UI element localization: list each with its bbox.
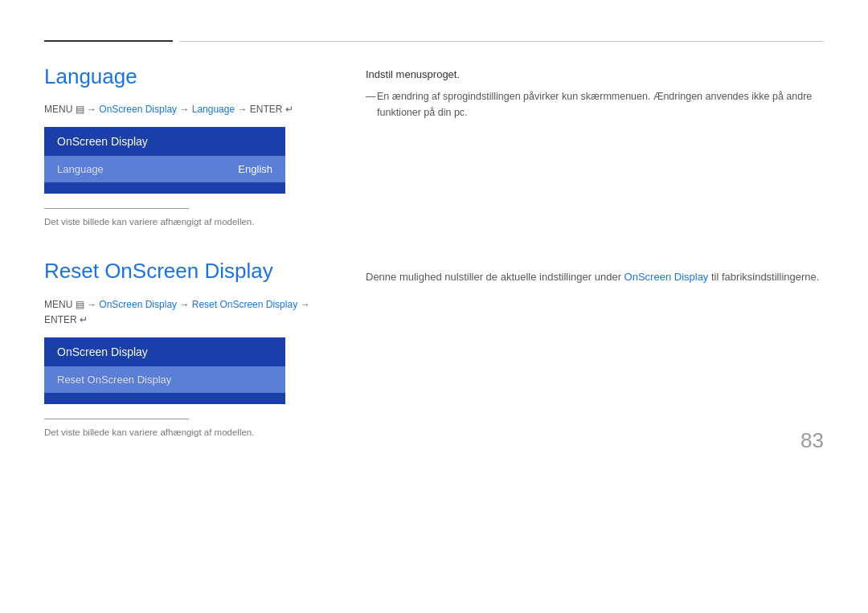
enter-icon-2: ↵ bbox=[80, 314, 88, 325]
page: Language MENU ▤ → OnScreen Display → Lan… bbox=[0, 0, 868, 477]
reset-osd-panel: OnScreen Display Reset OnScreen Display bbox=[44, 337, 285, 404]
reset-osd-desc-prefix: Denne mulighed nulstiller de aktuelle in… bbox=[366, 271, 624, 283]
language-panel-empty-row bbox=[44, 182, 285, 194]
language-menu-path: MENU ▤ → OnScreen Display → Language → E… bbox=[44, 102, 334, 117]
reset-osd-section-divider bbox=[44, 419, 189, 419]
reset-osd-section: Reset OnScreen Display MENU ▤ → OnScreen… bbox=[44, 259, 824, 437]
language-panel-header: OnScreen Display bbox=[44, 127, 285, 156]
reset-osd-row-label: Reset OnScreen Display bbox=[57, 374, 171, 386]
reset-osd-note: Det viste billede kan variere afhængigt … bbox=[44, 427, 334, 437]
reset-osd-desc-suffix: til fabriksindstillingerne. bbox=[708, 271, 819, 283]
page-number: 83 bbox=[800, 428, 824, 453]
enter-icon-1: ↵ bbox=[285, 104, 293, 115]
menu-path-reset-osd: Reset OnScreen Display bbox=[192, 299, 297, 310]
language-panel-row-language[interactable]: Language English bbox=[44, 156, 285, 182]
language-right-heading: Indstil menusproget. bbox=[366, 68, 824, 80]
language-section: Language MENU ▤ → OnScreen Display → Lan… bbox=[44, 64, 824, 227]
reset-osd-desc-highlight: OnScreen Display bbox=[624, 271, 709, 283]
menu-path-osd-1: OnScreen Display bbox=[99, 104, 177, 115]
reset-osd-section-right: Denne mulighed nulstiller de aktuelle in… bbox=[366, 259, 824, 437]
reset-osd-title: Reset OnScreen Display bbox=[44, 259, 334, 284]
menu-path-language: Language bbox=[192, 104, 235, 115]
language-row-value: English bbox=[238, 163, 272, 175]
language-section-right: Indstil menusproget. En ændring af sprog… bbox=[366, 64, 824, 227]
language-panel: OnScreen Display Language English bbox=[44, 127, 285, 194]
menu-path-osd-2: OnScreen Display bbox=[99, 299, 177, 310]
reset-osd-panel-empty-row bbox=[44, 393, 285, 404]
top-divider-light bbox=[179, 41, 824, 42]
language-section-divider bbox=[44, 208, 189, 209]
menu-icon-2: ▤ bbox=[76, 299, 84, 310]
menu-label: MENU bbox=[44, 104, 76, 115]
reset-osd-right-desc: Denne mulighed nulstiller de aktuelle in… bbox=[366, 269, 824, 286]
reset-osd-panel-row[interactable]: Reset OnScreen Display bbox=[44, 366, 285, 393]
language-row-label: Language bbox=[57, 163, 104, 175]
language-title: Language bbox=[44, 64, 334, 89]
language-section-left: Language MENU ▤ → OnScreen Display → Lan… bbox=[44, 64, 334, 227]
reset-osd-menu-path: MENU ▤ → OnScreen Display → Reset OnScre… bbox=[44, 297, 334, 328]
language-note: Det viste billede kan variere afhængigt … bbox=[44, 217, 334, 227]
top-divider-dark bbox=[44, 40, 173, 42]
menu-icon: ▤ bbox=[76, 104, 84, 115]
menu-label-2: MENU bbox=[44, 299, 76, 310]
top-dividers bbox=[44, 40, 824, 42]
reset-osd-panel-header: OnScreen Display bbox=[44, 337, 285, 366]
language-right-note: En ændring af sprogindstillingen påvirke… bbox=[366, 88, 824, 121]
reset-osd-section-left: Reset OnScreen Display MENU ▤ → OnScreen… bbox=[44, 259, 334, 437]
